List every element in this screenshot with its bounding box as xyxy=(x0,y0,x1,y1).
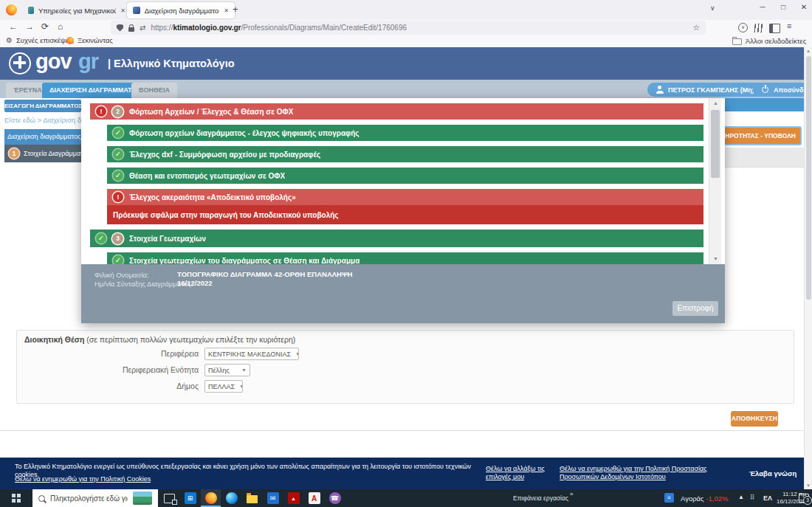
reload-button[interactable]: ⟳ xyxy=(41,21,49,32)
notifications-icon[interactable]: 3 xyxy=(799,494,809,503)
taskbar-edge-icon[interactable] xyxy=(221,489,241,507)
field-select[interactable]: ΚΕΝΤΡΙΚΗΣ ΜΑΚΕΔΟΝΙΑΣ▼ xyxy=(204,348,299,360)
explorer-icon xyxy=(247,495,258,503)
check-icon: ✓ xyxy=(113,255,123,264)
insert-diagram-button[interactable]: ΕΙΣΑΓΩΓΗ ΔΙΑΓΡΑΜΜΑΤΟΣ xyxy=(4,100,81,112)
url-bar[interactable]: ⇄ https://ktimatologio.gov.gr/Profession… xyxy=(111,21,706,35)
scroll-up-icon[interactable]: ▲ xyxy=(805,49,812,53)
list-tabs-chevron-icon[interactable]: ∨ xyxy=(710,4,715,12)
taskbar-autocad-icon[interactable]: A xyxy=(304,489,324,507)
permissions-icon[interactable]: ⇄ xyxy=(140,24,145,32)
bookmark-getting-started[interactable]: Ξεκινώντας xyxy=(66,36,113,44)
person-icon xyxy=(656,86,664,94)
govgr-logo-gr: gr xyxy=(78,49,98,74)
other-bookmarks[interactable]: Άλλοι σελιδοδείκτες xyxy=(732,36,806,45)
taskbar-acrobat-icon[interactable]: ▲ xyxy=(283,489,303,507)
modal-footer: Φιλική Ονομασία: ΤΟΠΟΓΡΑΦΙΚΟ ΔΙΑΓΡΑΜΜΑ 4… xyxy=(81,264,725,323)
status-modal: !2Φόρτωση Αρχείων / Έλεγχος & Θέαση σε Ο… xyxy=(81,98,725,323)
friendly-name-value: ΤΟΠΟΓΡΑΦΙΚΟ ΔΙΑΓΡΑΜΜΑ 42-ΟΡΘΗ ΕΠΑΝΑΛΗΨΗ xyxy=(177,270,352,278)
modal-scrollbar[interactable]: ▲ ▼ xyxy=(709,98,721,264)
windows-logo-icon xyxy=(12,494,21,503)
back-button[interactable]: Επιστροφή xyxy=(672,301,718,316)
firefox-icon xyxy=(205,492,217,504)
site-title: | Ελληνικό Κτηματολόγιο xyxy=(108,58,235,69)
library-icon[interactable] xyxy=(754,24,763,32)
taskbar-search-input[interactable]: Πληκτρολογήστε εδώ για xyxy=(32,489,158,507)
tab-close-icon[interactable]: ✕ xyxy=(120,7,125,14)
power-icon xyxy=(761,86,769,94)
scroll-down-icon[interactable]: ▼ xyxy=(805,483,812,488)
change-choices-link[interactable]: Θέλω να αλλάξω τις επιλογές μου xyxy=(486,465,556,481)
field-select[interactable]: Πέλλης▼ xyxy=(204,364,250,376)
dropbox-icon[interactable]: ⠿ xyxy=(750,494,755,501)
tab-help[interactable]: ΒΟΗΘΕΙΑ xyxy=(131,83,177,98)
tab-close-icon[interactable]: ✕ xyxy=(224,7,229,14)
sidebar-step-item[interactable]: 1 Στοιχεία Διαγράμματος xyxy=(4,145,90,162)
language-indicator[interactable]: ΕΛ xyxy=(763,494,772,502)
back-button[interactable]: ← xyxy=(9,21,18,32)
new-tab-button[interactable]: + xyxy=(233,4,238,15)
status-row: Πρόεκυψε σφάλμα στην παραγωγή του Αποδει… xyxy=(107,205,703,224)
edge-icon xyxy=(226,492,238,504)
field-label: Περιφέρεια xyxy=(36,349,199,358)
bookmarks-bar: ⚙ Συχνές επισκέψεις Ξεκινώντας Άλλοι σελ… xyxy=(0,35,812,48)
taskbar-task-view-icon[interactable] xyxy=(159,489,179,507)
status-row: !2Φόρτωση Αρχείων / Έλεγχος & Θέαση σε Ο… xyxy=(90,103,703,120)
forward-button[interactable]: → xyxy=(25,21,34,32)
scrollbar-thumb[interactable] xyxy=(806,56,811,300)
screen: Υπηρεσίες για Μηχανικούς | ΕΛ ✕ Διαχείρι… xyxy=(0,0,812,507)
step-label: Στοιχεία Διαγράμματος xyxy=(24,150,86,157)
status-row-label: Στοιχεία Γεωτεμαχίων xyxy=(129,235,206,243)
search-daily-image xyxy=(133,492,152,505)
save-button[interactable]: ΑΠΟΘΗΚΕΥΣΗ xyxy=(731,411,778,427)
logout-button[interactable]: Αποσύνδεση xyxy=(753,83,812,97)
bookmark-frequent[interactable]: ⚙ Συχνές επισκέψεις xyxy=(6,36,74,44)
desktop-toolbar-chevrons[interactable]: » xyxy=(570,491,573,497)
window-minimize-button[interactable]: ─ xyxy=(754,3,771,11)
lock-icon[interactable] xyxy=(128,27,134,32)
browser-tab-inactive[interactable]: Υπηρεσίες για Μηχανικούς | ΕΛ ✕ xyxy=(22,2,131,18)
taskbar-store-icon[interactable]: ⊞ xyxy=(180,489,200,507)
step-number-badge: 1 xyxy=(9,148,19,159)
privacy-policy-link[interactable]: Θέλω να ενημερωθώ για την Πολιτική Προστ… xyxy=(560,465,740,481)
field-label: Δήμος xyxy=(36,382,199,390)
status-row: ✓Στοιχεία γεωτεμαχίων του διαγράμματος σ… xyxy=(107,252,703,264)
scroll-up-icon[interactable]: ▲ xyxy=(709,98,722,108)
select-value: ΠΕΛΛΑΣ xyxy=(208,383,235,390)
status-row: ✓3Στοιχεία Γεωτεμαχίων xyxy=(90,230,703,247)
page-scrollbar[interactable]: ▲ ▼ xyxy=(804,47,812,489)
menu-hamburger-icon[interactable]: ≡ xyxy=(787,21,791,30)
tracking-shield-icon[interactable] xyxy=(117,24,123,32)
mail-icon: ✉ xyxy=(267,492,279,504)
site-header: gov gr | Ελληνικό Κτηματολόγιο xyxy=(0,47,812,80)
home-button[interactable]: ⌂ xyxy=(58,21,63,32)
friendly-name-label: Φιλική Ονομασία: xyxy=(94,271,149,279)
stock-widget[interactable]: Αγοράς -1,02% xyxy=(681,494,728,503)
browser-tab-active[interactable]: Διαχείριση διαγράμματος ✕ xyxy=(127,2,235,18)
firefox-icon xyxy=(66,37,74,44)
scroll-down-icon[interactable]: ▼ xyxy=(709,254,722,264)
taskbar-mail-icon[interactable]: ✉ xyxy=(263,489,283,507)
cookies-policy-link[interactable]: Θέλω να ενημερωθώ για την Πολιτική Cooki… xyxy=(15,475,151,483)
acknowledge-button[interactable]: Έλαβα γνώση xyxy=(749,469,796,477)
folder-icon xyxy=(732,38,742,45)
status-row-label: Στοιχεία γεωτεμαχίων του διαγράμματος σε… xyxy=(129,257,359,265)
check-icon: ✓ xyxy=(113,170,123,181)
taskbar-firefox-icon[interactable] xyxy=(201,489,221,507)
field-label: Περιφερειακή Ενότητα xyxy=(36,365,199,374)
taskbar-viber-icon[interactable]: ☎ xyxy=(325,489,345,507)
news-widget-icon[interactable]: ≡ xyxy=(664,493,674,503)
window-close-button[interactable]: ✕ xyxy=(796,3,812,11)
field-select[interactable]: ΠΕΛΛΑΣ▼ xyxy=(204,380,243,393)
taskbar-explorer-icon[interactable] xyxy=(242,489,262,507)
start-button[interactable] xyxy=(4,489,28,507)
scrollbar-thumb[interactable] xyxy=(711,110,720,178)
status-row: ✓Έλεγχος dxf - Συμμόρφωση αρχείου με προ… xyxy=(107,146,703,162)
hidden-icons-chevron[interactable]: ▲ xyxy=(738,494,744,500)
pocket-icon[interactable]: ∨ xyxy=(738,23,748,32)
bookmark-star-icon[interactable]: ☆ xyxy=(692,23,700,32)
desktop-toolbar-label[interactable]: Επιφάνεια εργασίας xyxy=(513,494,568,502)
step-number-badge: 3 xyxy=(112,233,123,244)
window-maximize-button[interactable]: □ xyxy=(775,3,791,11)
sidebar-toggle-icon[interactable] xyxy=(769,24,780,33)
